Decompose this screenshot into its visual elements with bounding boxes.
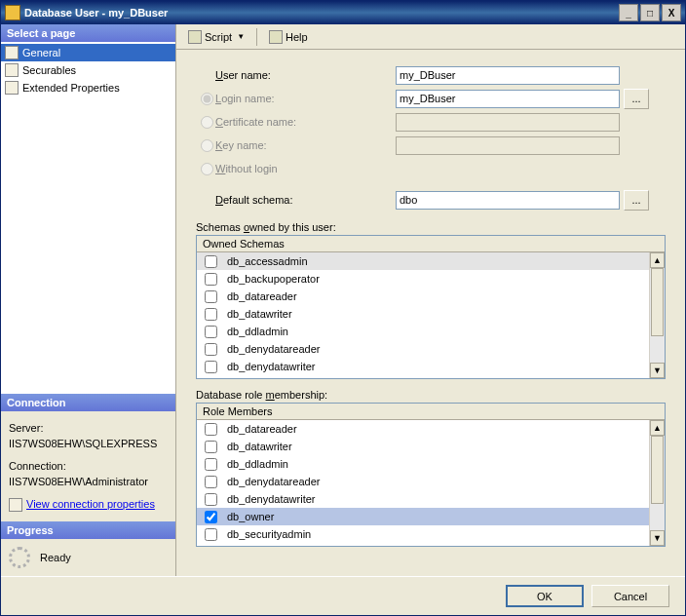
schema-name: db_accessadmin	[227, 255, 308, 267]
sidebar-item-general[interactable]: General	[1, 44, 175, 61]
scroll-thumb[interactable]	[651, 436, 664, 504]
role-row[interactable]: db_owner	[197, 508, 649, 525]
schema-name: db_datawriter	[227, 308, 292, 320]
user-name-label: ser name:	[223, 69, 271, 81]
schema-browse-button[interactable]: ...	[624, 190, 649, 211]
progress-status: Ready	[40, 552, 71, 563]
schema-row[interactable]: db_denydatawriter	[197, 358, 649, 375]
scroll-up-icon[interactable]: ▲	[650, 252, 665, 268]
login-browse-button[interactable]: ...	[624, 89, 649, 109]
role-checkbox[interactable]	[205, 458, 217, 471]
app-icon	[5, 5, 20, 20]
owned-schemas-header[interactable]: Owned Schemas	[203, 238, 659, 250]
select-page-header: Select a page	[1, 24, 175, 42]
page-icon	[5, 46, 19, 59]
schema-row[interactable]: db_ddladmin	[197, 323, 649, 340]
help-button[interactable]: Help	[263, 28, 314, 46]
login-name-label: ogin name:	[221, 93, 274, 104]
titlebar[interactable]: Database User - my_DBuser _ □ X	[1, 1, 685, 24]
role-name: db_owner	[227, 511, 274, 522]
scroll-up-icon[interactable]: ▲	[650, 420, 665, 436]
role-checkbox[interactable]	[205, 493, 217, 506]
certificate-label: ertificate name:	[223, 116, 296, 128]
schema-checkbox[interactable]	[205, 343, 217, 356]
schema-row[interactable]: db_backupoperator	[197, 270, 649, 288]
schema-checkbox[interactable]	[205, 326, 217, 338]
connection-info: Server: IIS7WS08EHW\SQLEXPRESS Connectio…	[1, 411, 175, 521]
user-name-input[interactable]	[396, 66, 620, 85]
schema-row[interactable]: db_datawriter	[197, 305, 649, 323]
progress-header: Progress	[1, 521, 175, 539]
maximize-button[interactable]: □	[640, 4, 660, 21]
key-label: ey name:	[222, 139, 266, 151]
role-checkbox[interactable]	[205, 441, 217, 453]
role-row[interactable]: db_ddladmin	[197, 455, 649, 473]
scroll-down-icon[interactable]: ▼	[650, 530, 665, 546]
schema-name: db_denydatareader	[227, 343, 320, 355]
cancel-button[interactable]: Cancel	[591, 585, 669, 607]
view-connection-link[interactable]: View connection properties	[9, 497, 155, 512]
schema-row[interactable]: db_accessadmin	[197, 252, 649, 270]
help-icon	[269, 30, 283, 44]
without-login-label: ithout login	[225, 163, 277, 174]
role-checkbox[interactable]	[205, 423, 217, 436]
schema-name: db_ddladmin	[227, 326, 288, 337]
schemas-scrollbar[interactable]: ▲ ▼	[649, 252, 665, 378]
role-members-header[interactable]: Role Members	[203, 405, 659, 417]
certificate-radio	[201, 116, 213, 129]
close-button[interactable]: X	[662, 4, 681, 21]
schema-row[interactable]: db_denydatareader	[197, 340, 649, 358]
dialog-button-row: OK Cancel	[1, 576, 685, 615]
ok-button[interactable]: OK	[506, 585, 584, 607]
role-name: db_securityadmin	[227, 528, 311, 540]
login-name-radio	[201, 93, 213, 105]
role-name: db_datareader	[227, 423, 297, 435]
sidebar-item-extended-properties[interactable]: Extended Properties	[1, 79, 175, 96]
progress-body: Ready	[1, 539, 175, 576]
schema-checkbox[interactable]	[205, 255, 217, 268]
role-name: db_denydatareader	[227, 476, 320, 487]
left-panel: Select a page GeneralSecurablesExtended …	[1, 24, 176, 576]
schema-checkbox[interactable]	[205, 308, 217, 321]
script-icon	[188, 30, 202, 44]
page-icon	[5, 63, 19, 77]
scroll-down-icon[interactable]: ▼	[650, 363, 665, 378]
script-button[interactable]: Script ▼	[182, 28, 250, 46]
default-schema-input[interactable]	[396, 191, 620, 210]
key-radio	[201, 139, 213, 152]
right-panel: Script ▼ Help User name: Login name:	[176, 24, 685, 576]
schema-checkbox[interactable]	[205, 361, 217, 373]
connection-header: Connection	[1, 394, 175, 411]
role-members-list: Role Members db_datareaderdb_datawriterd…	[196, 403, 666, 547]
owned-schemas-list: Owned Schemas db_accessadmindb_backupope…	[196, 235, 666, 379]
schema-row[interactable]: db_datareader	[197, 288, 649, 305]
role-name: db_denydatawriter	[227, 493, 316, 505]
login-name-input[interactable]	[396, 90, 620, 108]
scroll-thumb[interactable]	[651, 268, 664, 336]
form-area: User name: Login name: ... Certificate n…	[176, 50, 685, 576]
page-icon	[5, 81, 19, 95]
schema-checkbox[interactable]	[205, 290, 217, 303]
role-row[interactable]: db_denydatawriter	[197, 490, 649, 508]
role-checkbox[interactable]	[205, 511, 217, 523]
schema-checkbox[interactable]	[205, 273, 217, 286]
minimize-button[interactable]: _	[619, 4, 638, 21]
key-input	[396, 136, 620, 155]
role-row[interactable]: db_denydatareader	[197, 473, 649, 490]
schema-name: db_datareader	[227, 290, 297, 302]
role-checkbox[interactable]	[205, 476, 217, 488]
role-row[interactable]: db_securityadmin	[197, 525, 649, 543]
role-row[interactable]: db_datawriter	[197, 438, 649, 455]
role-checkbox[interactable]	[205, 528, 217, 541]
dialog-window: Database User - my_DBuser _ □ X Select a…	[0, 0, 686, 616]
sidebar-item-securables[interactable]: Securables	[1, 61, 175, 79]
roles-scrollbar[interactable]: ▲ ▼	[649, 420, 665, 546]
schemas-label-rest: wned by this user:	[249, 221, 336, 233]
default-schema-label: efault schema:	[223, 194, 293, 206]
schema-name: db_denydatawriter	[227, 361, 316, 372]
connection-label: Connection:	[9, 459, 168, 474]
role-row[interactable]: db_datareader	[197, 420, 649, 438]
certificate-input	[396, 113, 620, 132]
schema-name: db_backupoperator	[227, 273, 320, 285]
connection-icon	[9, 498, 22, 512]
